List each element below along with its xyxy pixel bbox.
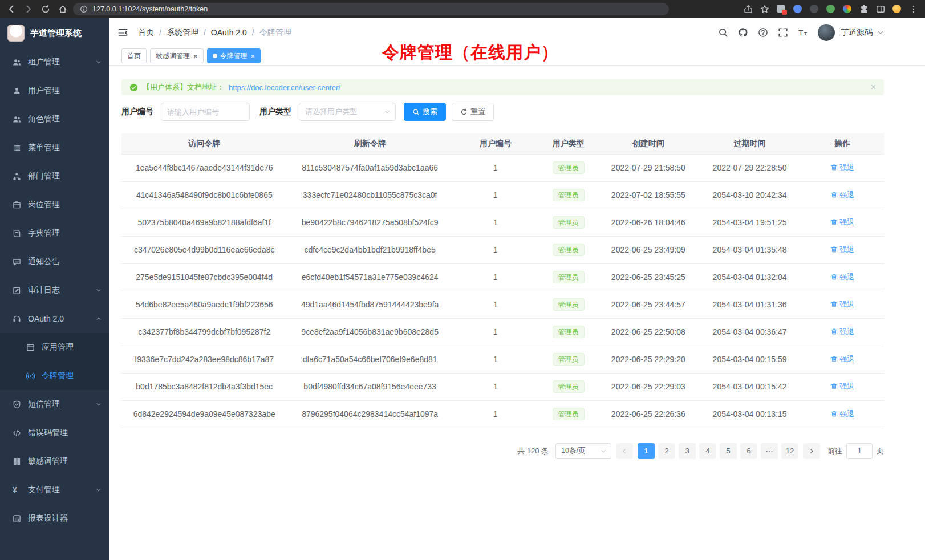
- cell-create-time: 2022-06-25 22:50:08: [598, 318, 698, 346]
- user-type-select[interactable]: 请选择用户类型: [299, 103, 396, 121]
- user-type-tag: 管理员: [553, 216, 585, 229]
- alert-link[interactable]: https://doc.iocoder.cn/user-center/: [229, 83, 340, 92]
- sidebar-item-role[interactable]: 角色管理: [0, 105, 109, 133]
- sidebar-item-tenant[interactable]: 租户管理: [0, 48, 109, 76]
- question-icon[interactable]: [758, 27, 768, 38]
- share-icon[interactable]: [744, 5, 753, 14]
- force-logout-link[interactable]: 强退: [830, 163, 854, 173]
- pagination-pages: 123456···12: [638, 443, 798, 459]
- force-logout-link[interactable]: 强退: [830, 327, 854, 337]
- goto-label: 前往: [827, 446, 842, 456]
- tab-sensitive-word[interactable]: 敏感词管理×: [150, 48, 204, 63]
- menu-list-icon: [13, 144, 21, 152]
- info-icon[interactable]: [80, 5, 88, 13]
- goto-page-input[interactable]: [846, 443, 873, 459]
- alert-close-icon[interactable]: ×: [871, 83, 876, 92]
- font-size-icon[interactable]: TT: [798, 27, 808, 38]
- cell-user-id: 1: [453, 291, 538, 318]
- tab-group-dark-icon[interactable]: [810, 5, 819, 14]
- force-logout-link[interactable]: 强退: [830, 299, 854, 310]
- sidebar-item-notice[interactable]: 通知公告: [0, 247, 109, 276]
- signal-icon: [26, 372, 35, 380]
- cell-expire-time: 2054-03-04 01:35:48: [698, 236, 801, 263]
- sidebar-item-menu[interactable]: 菜单管理: [0, 133, 109, 162]
- reload-icon[interactable]: [41, 5, 50, 14]
- trash-icon: [830, 410, 838, 417]
- sidebar-item-error-code[interactable]: 错误码管理: [0, 419, 109, 447]
- force-logout-link[interactable]: 强退: [830, 354, 854, 364]
- page-button-6[interactable]: 6: [740, 443, 757, 459]
- force-logout-link[interactable]: 强退: [830, 245, 854, 255]
- sidebar-item-dict[interactable]: 字典管理: [0, 219, 109, 247]
- next-page-button[interactable]: [803, 443, 820, 459]
- breadcrumb-separator: /: [252, 28, 254, 37]
- side-panel-icon[interactable]: [876, 5, 885, 14]
- user-avatar[interactable]: [818, 24, 835, 41]
- user-type-tag: 管理员: [553, 408, 585, 421]
- cell-access-token: 41c41346a548490f9dc8b01c6bfe0865: [121, 181, 287, 209]
- breadcrumb-item[interactable]: OAuth 2.0: [211, 28, 247, 37]
- app-window-icon: [26, 343, 35, 352]
- close-icon[interactable]: ×: [251, 52, 255, 60]
- sidebar-item-sms[interactable]: 短信管理: [0, 390, 109, 419]
- sidebar-item-sensitive-word[interactable]: 敏感词管理: [0, 447, 109, 476]
- fullscreen-icon[interactable]: [778, 27, 788, 38]
- sidebar-item-oauth2[interactable]: OAuth 2.0: [0, 305, 109, 333]
- sidebar-item-user[interactable]: 用户管理: [0, 76, 109, 105]
- menu-fold-icon[interactable]: [117, 27, 128, 38]
- forward-icon[interactable]: [24, 5, 33, 14]
- user-name[interactable]: 芋道源码: [841, 27, 873, 38]
- tab-group-blue-icon[interactable]: [793, 5, 802, 14]
- search-button[interactable]: 搜索: [404, 103, 446, 121]
- more-vert-icon[interactable]: [909, 5, 918, 14]
- column-header: 创建时间: [598, 133, 698, 154]
- cell-create-time: 2022-07-29 21:58:50: [598, 154, 698, 181]
- page-button-3[interactable]: 3: [679, 443, 696, 459]
- page-button-12[interactable]: 12: [781, 443, 798, 459]
- sidebar-item-oauth2-token[interactable]: 令牌管理: [0, 362, 109, 390]
- page-button-5[interactable]: 5: [720, 443, 737, 459]
- caret-down-icon[interactable]: [877, 29, 884, 36]
- force-logout-link[interactable]: 强退: [830, 409, 854, 419]
- profile-avatar-icon[interactable]: [892, 5, 902, 14]
- close-icon[interactable]: ×: [193, 52, 198, 60]
- home-icon[interactable]: [58, 5, 67, 14]
- pagination-ellipsis[interactable]: ···: [761, 443, 778, 459]
- url-bar[interactable]: 127.0.0.1:1024/system/oauth2/token: [73, 3, 669, 15]
- sidebar-item-pay[interactable]: ¥支付管理: [0, 476, 109, 504]
- star-icon[interactable]: [760, 5, 769, 14]
- extension-badge-icon[interactable]: [777, 5, 786, 14]
- prev-page-button[interactable]: [616, 443, 633, 459]
- search-icon[interactable]: [718, 27, 728, 38]
- force-logout-link[interactable]: 强退: [830, 217, 854, 228]
- tab-home[interactable]: 首页: [121, 48, 147, 63]
- force-logout-link[interactable]: 强退: [830, 382, 854, 392]
- book-icon: [13, 229, 21, 238]
- force-logout-link[interactable]: 强退: [830, 272, 854, 282]
- chrome-profile-icon[interactable]: [843, 5, 852, 14]
- user-id-input[interactable]: [161, 103, 250, 121]
- page-button-4[interactable]: 4: [699, 443, 716, 459]
- cell-user-id: 1: [453, 154, 538, 181]
- chevron-down-icon: [95, 59, 102, 66]
- github-icon[interactable]: [738, 27, 748, 38]
- breadcrumb-item[interactable]: 系统管理: [167, 27, 198, 38]
- sidebar-item-oauth2-app[interactable]: 应用管理: [0, 333, 109, 362]
- logo[interactable]: 芋道管理系统: [0, 18, 109, 48]
- puzzle-icon[interactable]: [859, 5, 869, 14]
- page-button-1[interactable]: 1: [638, 443, 655, 459]
- breadcrumb-item[interactable]: 首页: [138, 27, 154, 38]
- cell-user-id: 1: [453, 318, 538, 346]
- sidebar-item-post[interactable]: 岗位管理: [0, 190, 109, 219]
- sidebar-item-report-designer[interactable]: 报表设计器: [0, 504, 109, 533]
- tab-group-green-icon[interactable]: [826, 5, 835, 14]
- tab-token[interactable]: 令牌管理×: [207, 48, 261, 63]
- page-button-2[interactable]: 2: [658, 443, 675, 459]
- back-icon[interactable]: [7, 5, 16, 14]
- sidebar-item-audit-log[interactable]: 审计日志: [0, 276, 109, 305]
- cell-user-id: 1: [453, 400, 538, 428]
- sidebar-item-dept[interactable]: 部门管理: [0, 162, 109, 190]
- force-logout-link[interactable]: 强退: [830, 190, 854, 200]
- reset-button[interactable]: 重置: [452, 103, 494, 121]
- page-size-select[interactable]: 10条/页: [555, 443, 611, 459]
